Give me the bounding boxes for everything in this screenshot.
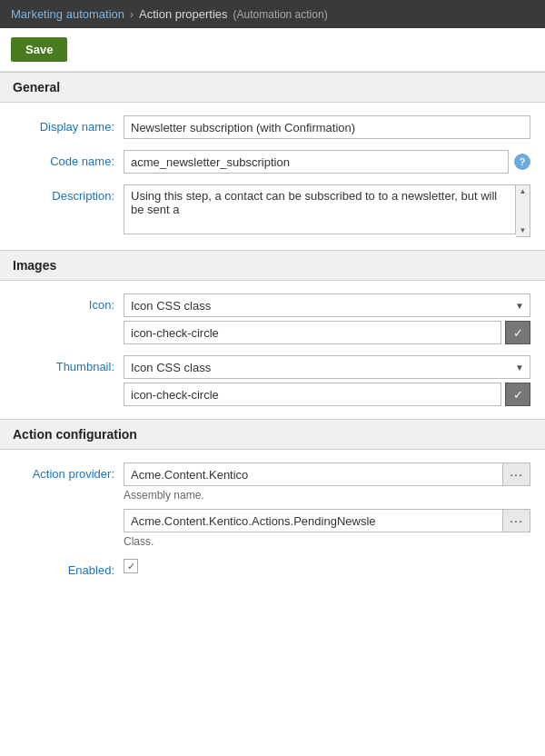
description-row: Description: Using this step, a contact … [15, 184, 530, 237]
thumbnail-checkmark: ✓ [513, 388, 523, 402]
action-provider-input[interactable] [124, 463, 503, 486]
action-provider-label: Action provider: [15, 463, 124, 481]
icon-check-button[interactable]: ✓ [505, 321, 530, 344]
thumbnail-check-button[interactable]: ✓ [505, 383, 530, 406]
display-name-control [124, 115, 530, 139]
description-textarea-wrapper: Using this step, a contact can be subscr… [124, 184, 530, 237]
thumbnail-row: Thumbnail: Icon CSS class ✓ [15, 355, 530, 406]
action-provider-input-row: ··· [124, 463, 530, 486]
display-name-input[interactable] [124, 115, 530, 139]
general-section: General Display name: Code name: ? [0, 72, 545, 250]
code-name-input[interactable] [124, 150, 509, 174]
scroll-down-arrow[interactable]: ▼ [520, 226, 527, 234]
action-provider-control: ··· Assembly name. ··· Class. [124, 463, 530, 548]
breadcrumb-current: Action properties [139, 7, 228, 21]
thumbnail-label: Thumbnail: [15, 355, 124, 373]
thumbnail-control: Icon CSS class ✓ [124, 355, 530, 406]
display-name-row: Display name: [15, 115, 530, 139]
icon-row: Icon: Icon CSS class ✓ [15, 293, 530, 344]
scroll-up-arrow[interactable]: ▲ [520, 187, 527, 195]
enabled-control: ✓ [124, 559, 530, 573]
action-config-section: Action configuration Action provider: ··… [0, 419, 545, 590]
general-section-body: Display name: Code name: ? Description: [0, 103, 545, 250]
action-class-dots-button[interactable]: ··· [503, 509, 530, 532]
thumbnail-select[interactable]: Icon CSS class [124, 355, 530, 379]
code-name-label: Code name: [15, 150, 124, 168]
breadcrumb-separator: › [130, 8, 134, 21]
thumbnail-value-input[interactable] [124, 383, 501, 406]
description-textarea[interactable]: Using this step, a contact can be subscr… [124, 184, 516, 234]
icon-control: Icon CSS class ✓ [124, 293, 530, 344]
action-config-section-body: Action provider: ··· Assembly name. ··· … [0, 450, 545, 590]
action-provider-dots-button[interactable]: ··· [503, 463, 530, 486]
icon-select-wrapper: Icon CSS class [124, 293, 530, 317]
breadcrumb-bar: Marketing automation › Action properties… [0, 0, 545, 28]
display-name-label: Display name: [15, 115, 124, 134]
code-name-control: ? [124, 150, 530, 174]
action-provider-row: Action provider: ··· Assembly name. ··· … [15, 463, 530, 548]
general-section-header: General [0, 73, 545, 103]
toolbar: Save [0, 28, 545, 72]
images-section: Images Icon: Icon CSS class ✓ [0, 250, 545, 419]
description-control: Using this step, a contact can be subscr… [124, 184, 530, 237]
action-class-input-row: ··· [124, 509, 530, 532]
images-section-body: Icon: Icon CSS class ✓ Thumbnail: [0, 281, 545, 419]
icon-label: Icon: [15, 293, 124, 312]
code-name-help-icon[interactable]: ? [514, 154, 530, 170]
enabled-label: Enabled: [15, 559, 124, 577]
icon-value-input[interactable] [124, 321, 501, 344]
thumbnail-input-row: ✓ [124, 383, 530, 406]
breadcrumb-parent-link[interactable]: Marketing automation [11, 7, 124, 21]
description-label: Description: [15, 184, 124, 203]
action-class-input[interactable] [124, 509, 503, 532]
action-class-help-text: Class. [124, 535, 530, 548]
save-button[interactable]: Save [11, 37, 67, 62]
enabled-checkmark: ✓ [127, 561, 135, 572]
description-scrollbar: ▲ ▼ [516, 184, 530, 237]
breadcrumb-sub: (Automation action) [233, 8, 328, 21]
action-config-section-header: Action configuration [0, 420, 545, 450]
icon-select[interactable]: Icon CSS class [124, 293, 530, 317]
enabled-checkbox[interactable]: ✓ [124, 559, 138, 573]
code-name-row: Code name: ? [15, 150, 530, 174]
icon-checkmark: ✓ [513, 326, 523, 340]
thumbnail-select-wrapper: Icon CSS class [124, 355, 530, 379]
action-provider-help-text: Assembly name. [124, 489, 530, 502]
enabled-row: Enabled: ✓ [15, 559, 530, 577]
codename-row-wrapper: ? [124, 150, 530, 174]
icon-input-row: ✓ [124, 321, 530, 344]
images-section-header: Images [0, 251, 545, 281]
